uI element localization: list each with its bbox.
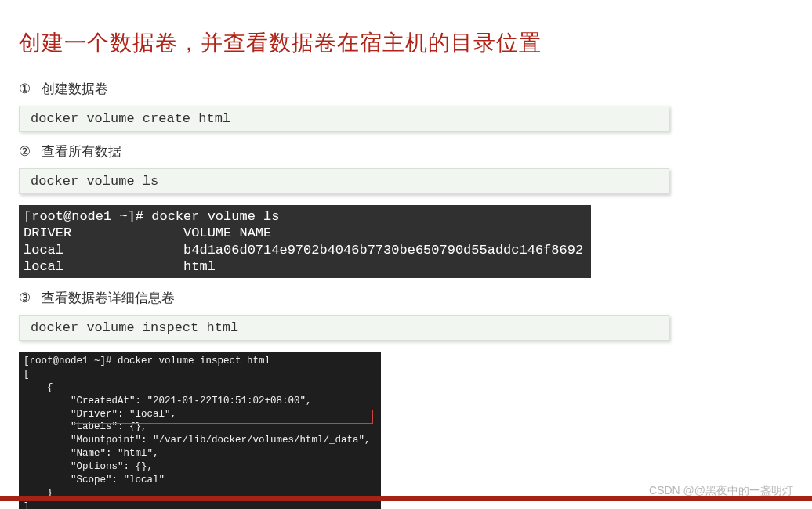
watermark-text: CSDN @@黑夜中的一盏明灯 <box>649 484 793 498</box>
page-title: 创建一个数据卷，并查看数据卷在宿主机的目录位置 <box>19 28 793 58</box>
step-3-text: 查看数据卷详细信息卷 <box>42 291 175 305</box>
step-1-label: ① 创建数据卷 <box>19 80 793 98</box>
step-2-label: ② 查看所有数据 <box>19 143 793 161</box>
command-box-2: docker volume ls <box>19 168 669 194</box>
step-1-num: ① <box>19 81 38 97</box>
terminal-output-2-container: [root@node1 ~]# docker volume inspect ht… <box>19 352 381 509</box>
terminal-output-2: [root@node1 ~]# docker volume inspect ht… <box>19 352 381 509</box>
step-2-text: 查看所有数据 <box>42 144 121 159</box>
step-3-num: ③ <box>19 290 38 306</box>
terminal-output-1: [root@node1 ~]# docker volume ls DRIVER … <box>19 205 591 278</box>
command-box-3: docker volume inspect html <box>19 315 669 341</box>
step-3-label: ③ 查看数据卷详细信息卷 <box>19 289 793 307</box>
step-2-num: ② <box>19 143 38 160</box>
command-box-1: docker volume create html <box>19 106 669 132</box>
step-1-text: 创建数据卷 <box>42 81 108 96</box>
